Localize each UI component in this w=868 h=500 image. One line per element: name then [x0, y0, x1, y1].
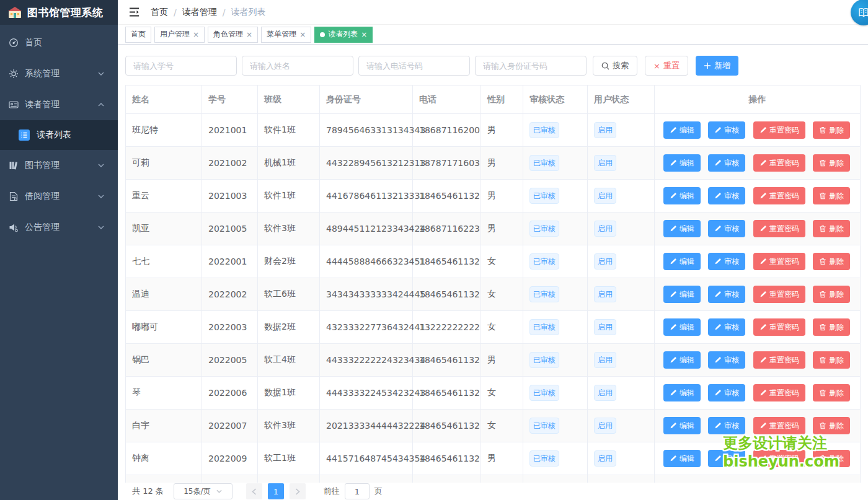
tab-menu-management[interactable]: 菜单管理×	[261, 27, 311, 43]
audit-button[interactable]: 审核	[708, 154, 745, 172]
tab-home[interactable]: 首页	[125, 27, 151, 43]
cell-name: 琴	[126, 377, 202, 410]
pen-icon	[760, 389, 767, 397]
sidebar-item-announcement[interactable]: 公告管理	[0, 212, 118, 243]
audit-button[interactable]: 审核	[708, 286, 745, 303]
user-status-badge[interactable]: 启用	[594, 221, 616, 237]
audit-status-badge[interactable]: 已审核	[529, 352, 559, 368]
reset-password-button[interactable]: 重置密码	[753, 154, 805, 172]
next-page-button[interactable]	[290, 483, 306, 499]
delete-button[interactable]: 删除	[813, 286, 850, 303]
edit-button[interactable]: 编辑	[663, 351, 701, 369]
close-icon[interactable]: ×	[361, 31, 367, 38]
tab-role-management[interactable]: 角色管理×	[208, 27, 258, 43]
edit-button[interactable]: 编辑	[663, 187, 701, 204]
edit-button[interactable]: 编辑	[663, 253, 701, 270]
id-card-input[interactable]	[475, 56, 587, 76]
user-status-badge[interactable]: 启用	[594, 352, 616, 368]
name-input[interactable]	[242, 56, 353, 76]
audit-button[interactable]: 审核	[708, 417, 745, 434]
audit-status-badge[interactable]: 已审核	[529, 221, 559, 237]
edit-button[interactable]: 编辑	[663, 450, 701, 467]
delete-button[interactable]: 删除	[813, 154, 850, 172]
user-status-badge[interactable]: 启用	[594, 155, 616, 171]
user-status-badge[interactable]: 启用	[594, 418, 616, 434]
edit-button[interactable]: 编辑	[663, 220, 701, 237]
hamburger-icon[interactable]	[124, 7, 144, 17]
reset-password-button[interactable]: 重置密码	[753, 253, 805, 270]
audit-button[interactable]: 审核	[708, 384, 745, 401]
audit-status-badge[interactable]: 已审核	[529, 253, 559, 270]
edit-button[interactable]: 编辑	[663, 121, 701, 139]
user-status-badge[interactable]: 启用	[594, 122, 616, 138]
edit-button[interactable]: 编辑	[663, 417, 701, 434]
reset-password-button[interactable]: 重置密码	[753, 286, 805, 303]
edit-button[interactable]: 编辑	[663, 154, 701, 172]
reset-password-button[interactable]: 重置密码	[753, 220, 805, 237]
breadcrumb-reader-management[interactable]: 读者管理	[182, 7, 217, 18]
sidebar-item-borrow[interactable]: 借阅管理	[0, 181, 118, 212]
table-row: 重云 2021003 软件1班 441678646113213331 18465…	[126, 180, 861, 213]
audit-status-badge[interactable]: 已审核	[529, 418, 559, 434]
search-button[interactable]: 搜索	[593, 56, 637, 76]
audit-button[interactable]: 审核	[708, 121, 745, 139]
edit-button[interactable]: 编辑	[663, 286, 701, 303]
add-button[interactable]: 新增	[696, 56, 738, 76]
close-icon[interactable]: ×	[193, 31, 199, 38]
delete-button[interactable]: 删除	[813, 417, 850, 434]
audit-status-badge[interactable]: 已审核	[529, 188, 559, 204]
audit-status-badge[interactable]: 已审核	[529, 319, 559, 335]
page-size-select[interactable]: 15条/页	[174, 483, 232, 499]
user-status-badge[interactable]: 启用	[594, 286, 616, 302]
tab-user-management[interactable]: 用户管理×	[154, 27, 205, 43]
audit-status-badge[interactable]: 已审核	[529, 122, 559, 138]
reset-password-button[interactable]: 重置密码	[753, 318, 805, 336]
reset-password-button[interactable]: 重置密码	[753, 121, 805, 139]
delete-button[interactable]: 删除	[813, 220, 850, 237]
close-icon[interactable]: ×	[299, 31, 306, 38]
audit-button[interactable]: 审核	[708, 351, 745, 369]
audit-status-badge[interactable]: 已审核	[529, 155, 559, 171]
cell-student-id: 2022003	[202, 311, 258, 344]
delete-button[interactable]: 删除	[813, 121, 850, 139]
sidebar-item-books[interactable]: 图书管理	[0, 150, 118, 181]
reset-password-button[interactable]: 重置密码	[753, 384, 805, 401]
goto-page-input[interactable]	[345, 483, 370, 499]
sidebar-subitem-reader-list[interactable]: 读者列表	[0, 120, 118, 150]
audit-status-badge[interactable]: 已审核	[529, 286, 559, 302]
user-status-badge[interactable]: 启用	[594, 385, 616, 401]
sidebar-item-home[interactable]: 首页	[0, 27, 118, 58]
avatar[interactable]	[851, 0, 868, 25]
breadcrumb-home[interactable]: 首页	[151, 7, 168, 18]
audit-button[interactable]: 审核	[708, 253, 745, 270]
close-icon[interactable]: ×	[246, 31, 252, 38]
tab-reader-list-active[interactable]: 读者列表×	[314, 27, 373, 43]
user-status-badge[interactable]: 启用	[594, 253, 616, 270]
sidebar-item-label: 读者管理	[25, 99, 60, 110]
prev-page-button[interactable]	[246, 483, 262, 499]
edit-button[interactable]: 编辑	[663, 384, 701, 401]
delete-button[interactable]: 删除	[813, 384, 850, 401]
student-id-input[interactable]	[125, 56, 237, 76]
reset-button[interactable]: × 重置	[645, 56, 688, 76]
delete-button[interactable]: 删除	[813, 318, 850, 336]
reset-password-button[interactable]: 重置密码	[753, 417, 805, 434]
page-1-button[interactable]: 1	[268, 483, 284, 499]
user-status-badge[interactable]: 启用	[594, 188, 616, 204]
delete-button[interactable]: 删除	[813, 253, 850, 270]
edit-button[interactable]: 编辑	[663, 318, 701, 336]
delete-button[interactable]: 删除	[813, 351, 850, 369]
sidebar-item-reader[interactable]: 读者管理	[0, 89, 118, 120]
audit-status-badge[interactable]: 已审核	[529, 385, 559, 401]
delete-button[interactable]: 删除	[813, 187, 850, 204]
reset-password-button[interactable]: 重置密码	[753, 187, 805, 204]
user-status-badge[interactable]: 启用	[594, 450, 616, 467]
user-status-badge[interactable]: 启用	[594, 319, 616, 335]
audit-button[interactable]: 审核	[708, 318, 745, 336]
sidebar-item-system[interactable]: 系统管理	[0, 58, 118, 89]
reset-password-button[interactable]: 重置密码	[753, 351, 805, 369]
phone-input[interactable]	[358, 56, 470, 76]
audit-button[interactable]: 审核	[708, 220, 745, 237]
audit-button[interactable]: 审核	[708, 187, 745, 204]
audit-status-badge[interactable]: 已审核	[529, 450, 559, 467]
